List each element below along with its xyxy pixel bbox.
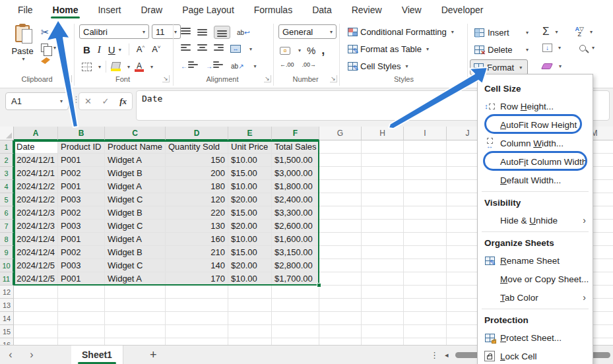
cell-E5[interactable]: $20.00 <box>228 193 272 206</box>
cell-C12[interactable] <box>105 286 166 299</box>
cell-C6[interactable]: Widget B <box>105 206 166 220</box>
cell-E14[interactable] <box>228 312 272 325</box>
row-header-1[interactable]: 1 <box>0 140 14 154</box>
column-header-I[interactable]: I <box>404 127 447 140</box>
select-all-corner[interactable] <box>0 127 14 140</box>
autosum-button[interactable]: Σ <box>542 25 550 38</box>
cell-C16[interactable] <box>105 338 166 345</box>
cell-F11[interactable]: $1,700.00 <box>272 272 319 286</box>
cell-G1[interactable] <box>319 140 362 154</box>
cell-F13[interactable] <box>272 299 319 312</box>
cell-F7[interactable]: $2,600.00 <box>272 220 319 233</box>
cell-I4[interactable] <box>404 180 447 193</box>
cell-F16[interactable] <box>272 338 319 345</box>
cell-G12[interactable] <box>319 286 362 299</box>
tab-developer[interactable]: Developer <box>432 0 494 20</box>
cell-G7[interactable] <box>319 220 362 233</box>
cell-D11[interactable]: 170 <box>166 272 228 286</box>
cell-E12[interactable] <box>228 286 272 299</box>
font-name-combobox[interactable]: Calibri▾ <box>79 24 149 39</box>
row-header-7[interactable]: 7 <box>0 220 14 233</box>
align-left-button[interactable] <box>181 44 191 53</box>
format-painter-icon[interactable] <box>41 57 50 64</box>
paste-button[interactable]: Paste ▾ <box>9 25 36 75</box>
column-header-H[interactable]: H <box>362 127 404 140</box>
menu-item-protect-sheet[interactable]: Protect Sheet... <box>478 328 593 347</box>
cell-E11[interactable]: $10.00 <box>228 272 272 286</box>
cell-G6[interactable] <box>319 206 362 220</box>
cell-B1[interactable]: Product ID <box>58 140 105 154</box>
menu-item-tab-color[interactable]: Tab Color › <box>478 288 593 307</box>
borders-icon[interactable] <box>82 63 92 71</box>
font-size-combobox[interactable]: 11▾ <box>152 24 181 39</box>
menu-item-default-width[interactable]: Default Width... <box>478 171 593 189</box>
sheet-tab-sheet1[interactable]: Sheet1 <box>71 346 123 364</box>
column-header-D[interactable]: D <box>166 127 228 140</box>
cell-F5[interactable]: $2,400.00 <box>272 193 319 206</box>
cell-H8[interactable] <box>362 233 404 246</box>
cell-G13[interactable] <box>319 299 362 312</box>
cell-F3[interactable]: $3,000.00 <box>272 167 319 180</box>
bottom-align-button[interactable] <box>214 26 230 39</box>
cell-F4[interactable]: $1,800.00 <box>272 180 319 193</box>
cell-H7[interactable] <box>362 220 404 233</box>
cell-D3[interactable]: 200 <box>166 167 228 180</box>
tab-data[interactable]: Data <box>302 0 342 20</box>
row-header-11[interactable]: 11 <box>0 272 14 286</box>
cell-F14[interactable] <box>272 312 319 325</box>
cell-B14[interactable] <box>58 312 105 325</box>
cell-H11[interactable] <box>362 272 404 286</box>
cell-A3[interactable]: 2024/12/1 <box>14 167 58 180</box>
decrease-indent-button[interactable]: ← <box>181 61 198 71</box>
row-header-16[interactable]: 16 <box>0 338 14 345</box>
cell-G15[interactable] <box>319 325 362 338</box>
row-header-15[interactable]: 15 <box>0 325 14 338</box>
cell-D6[interactable]: 220 <box>166 206 228 220</box>
cell-A9[interactable]: 2024/12/4 <box>14 246 58 259</box>
cell-D1[interactable]: Quantity Sold <box>166 140 228 154</box>
confirm-entry-icon[interactable]: ✓ <box>102 96 110 106</box>
borders-caret-icon[interactable]: ▾ <box>98 64 101 70</box>
cell-F9[interactable]: $3,150.00 <box>272 246 319 259</box>
wrap-text-button[interactable]: ab↩ <box>237 29 250 36</box>
cell-H12[interactable] <box>362 286 404 299</box>
font-dialog-launcher[interactable]: ↘ <box>162 75 170 82</box>
cell-B6[interactable]: P002 <box>58 206 105 220</box>
merge-center-icon[interactable]: ↔ <box>230 45 241 53</box>
align-right-button[interactable] <box>214 44 224 53</box>
cell-I11[interactable] <box>404 272 447 286</box>
cell-E8[interactable]: $10.00 <box>228 233 272 246</box>
cell-I3[interactable] <box>404 167 447 180</box>
row-header-8[interactable]: 8 <box>0 233 14 246</box>
column-header-G[interactable]: G <box>319 127 362 140</box>
insert-function-icon[interactable]: fx <box>119 96 127 107</box>
tab-home[interactable]: Home <box>43 0 88 20</box>
cell-B16[interactable] <box>58 338 105 345</box>
cell-G2[interactable] <box>319 154 362 167</box>
cell-C13[interactable] <box>105 299 166 312</box>
cell-B2[interactable]: P001 <box>58 154 105 167</box>
cell-G3[interactable] <box>319 167 362 180</box>
menu-item-hide-unhide[interactable]: Hide & Unhide › <box>478 211 593 229</box>
fill-color-caret-icon[interactable]: ▾ <box>127 64 130 70</box>
cell-G16[interactable] <box>319 338 362 345</box>
cell-C15[interactable] <box>105 325 166 338</box>
cell-G10[interactable] <box>319 259 362 272</box>
align-center-button[interactable] <box>197 44 207 53</box>
cell-B9[interactable]: P002 <box>58 246 105 259</box>
column-header-A[interactable]: A <box>14 127 58 140</box>
hscroll-left-icon[interactable]: ◂ <box>445 351 449 359</box>
cell-A8[interactable]: 2024/12/4 <box>14 233 58 246</box>
copy-button[interactable]: ▾ <box>41 44 56 52</box>
cell-A2[interactable]: 2024/12/1 <box>14 154 58 167</box>
cell-F1[interactable]: Total Sales <box>272 140 319 154</box>
cell-B8[interactable]: P001 <box>58 233 105 246</box>
row-header-12[interactable]: 12 <box>0 286 14 299</box>
italic-button[interactable]: I <box>98 44 101 55</box>
cell-A12[interactable] <box>14 286 58 299</box>
name-box[interactable]: A1 ▾ <box>5 92 69 110</box>
cell-B13[interactable] <box>58 299 105 312</box>
format-button[interactable]: Format▾ <box>470 59 528 75</box>
tab-page-layout[interactable]: Page Layout <box>172 0 244 20</box>
cell-C2[interactable]: Widget A <box>105 154 166 167</box>
